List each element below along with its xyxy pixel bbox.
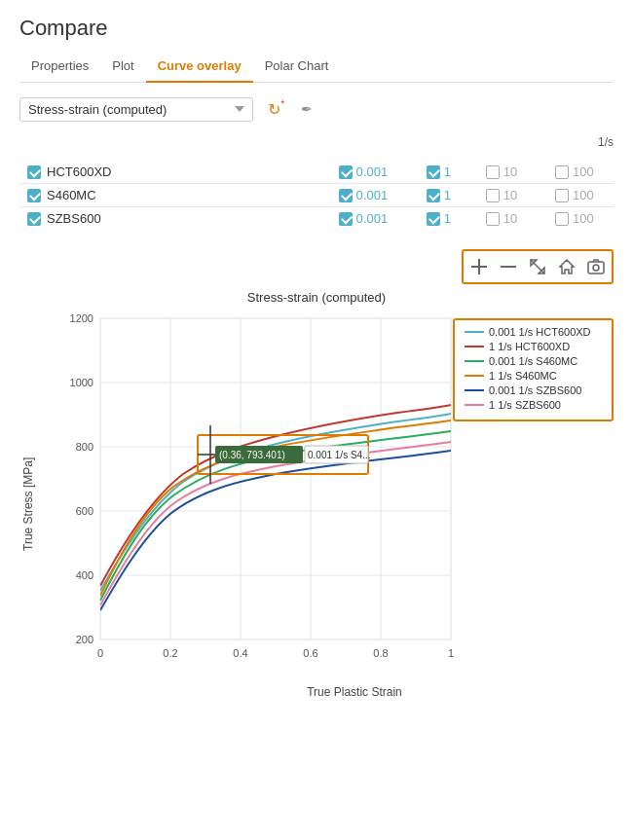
svg-text:600: 600 — [76, 505, 93, 517]
home-button[interactable] — [553, 253, 580, 280]
rate-checkbox-0-2[interactable] — [486, 165, 500, 179]
material-checkbox-1[interactable] — [27, 189, 41, 202]
tab-plot[interactable]: Plot — [100, 51, 145, 83]
edit-button[interactable]: ✒ — [294, 96, 319, 122]
rate-checkbox-0-3[interactable] — [555, 165, 569, 179]
legend-line-0 — [465, 331, 484, 333]
rate-checkbox-2-2[interactable] — [486, 212, 500, 226]
svg-rect-7 — [100, 318, 451, 639]
rate-checkbox-1-0[interactable] — [339, 189, 353, 202]
table-row: SZBS600 0.001110100 — [19, 207, 614, 231]
stress-strain-dropdown[interactable]: Stress-strain (computed) — [19, 97, 253, 122]
empty-header — [19, 153, 316, 161]
rate-checkbox-2-3[interactable] — [555, 212, 569, 226]
rate-checkbox-2-0[interactable] — [339, 212, 353, 226]
legend-label-4: 0.001 1/s SZBS600 — [489, 384, 581, 396]
legend-label-0: 0.001 1/s HCT600XD — [489, 326, 591, 338]
refresh-button[interactable]: ↻ * — [261, 96, 286, 122]
rate-cell-2-1: 1 — [410, 207, 467, 231]
svg-text:1000: 1000 — [70, 377, 93, 388]
svg-line-3 — [531, 260, 544, 274]
rate-cell-1-2: 10 — [467, 184, 536, 207]
rate-cell-1-0: 0.001 — [316, 184, 410, 207]
material-name-0: HCT600XD — [19, 161, 316, 184]
material-table: 1/s HCT600XD 0.001110100 S460MC 0.001110… — [19, 131, 614, 230]
reset-axes-button[interactable] — [524, 253, 551, 280]
edit-icon: ✒ — [301, 101, 313, 117]
rate-value-2-0: 0.001 — [356, 211, 389, 226]
svg-text:400: 400 — [76, 569, 93, 581]
legend-label-2: 0.001 1/s S460MC — [489, 355, 577, 367]
legend-label-3: 1 1/s S460MC — [489, 370, 557, 382]
rate-value-2-3: 100 — [573, 211, 594, 226]
svg-rect-4 — [588, 262, 604, 274]
y-axis-label: True Stress [MPa] — [19, 309, 37, 699]
rate-value-0-1: 1 — [444, 164, 451, 179]
rate-cell-1-3: 100 — [536, 184, 614, 207]
rate-1-header — [410, 153, 467, 161]
legend-line-1 — [465, 346, 484, 347]
star-indicator: * — [280, 98, 284, 108]
legend-label-5: 1 1/s SZBS600 — [489, 399, 561, 411]
rate-value-0-2: 10 — [503, 164, 517, 179]
legend-item-4: 0.001 1/s SZBS600 — [465, 384, 602, 396]
legend-item-0: 0.001 1/s HCT600XD — [465, 326, 602, 338]
chart-toolbar — [19, 249, 614, 284]
tab-curve-overlay[interactable]: Curve overlay — [146, 51, 253, 83]
legend-line-5 — [465, 404, 484, 406]
legend-item-3: 1 1/s S460MC — [465, 370, 602, 382]
rate-cell-2-0: 0.001 — [316, 207, 410, 231]
legend-line-3 — [465, 375, 484, 377]
rate-value-1-1: 1 — [444, 188, 451, 202]
svg-text:0.001 1/s S4...: 0.001 1/s S4... — [308, 450, 371, 460]
rate-100-header — [536, 153, 614, 161]
rate-value-2-2: 10 — [503, 211, 517, 226]
legend-item-2: 0.001 1/s S460MC — [465, 355, 602, 367]
rate-cell-2-3: 100 — [536, 207, 614, 231]
rate-checkbox-0-1[interactable] — [427, 165, 440, 179]
zoom-out-button[interactable] — [495, 253, 522, 280]
svg-text:0.8: 0.8 — [373, 647, 388, 659]
svg-text:0.2: 0.2 — [163, 647, 177, 659]
rate-10-header — [467, 153, 536, 161]
svg-rect-2 — [501, 266, 516, 268]
tab-polar-chart[interactable]: Polar Chart — [253, 51, 341, 83]
zoom-in-button[interactable] — [465, 253, 493, 280]
rate-checkbox-2-1[interactable] — [427, 212, 440, 226]
chart-legend: 0.001 1/s HCT600XD 1 1/s HCT600XD 0.001 … — [453, 318, 614, 421]
rate-value-1-3: 100 — [573, 188, 594, 202]
legend-line-4 — [465, 389, 484, 391]
table-row: HCT600XD 0.001110100 — [19, 161, 614, 184]
rate-checkbox-0-0[interactable] — [339, 165, 353, 179]
rate-cell-0-1: 1 — [410, 161, 467, 184]
legend-item-5: 1 1/s SZBS600 — [465, 399, 602, 411]
rate-cell-0-3: 100 — [536, 161, 614, 184]
svg-point-5 — [593, 265, 599, 271]
svg-text:200: 200 — [76, 634, 93, 645]
page-title: Compare — [19, 16, 614, 41]
rate-checkbox-1-2[interactable] — [486, 189, 500, 202]
material-col-header — [19, 131, 316, 153]
x-axis-label: True Plastic Strain — [95, 685, 614, 699]
material-checkbox-0[interactable] — [27, 165, 41, 179]
material-label-1: S460MC — [47, 188, 96, 202]
rate-cell-0-0: 0.001 — [316, 161, 410, 184]
svg-text:0.4: 0.4 — [233, 647, 247, 659]
camera-button[interactable] — [582, 253, 610, 280]
tab-properties[interactable]: Properties — [19, 51, 100, 83]
rate-cell-1-1: 1 — [410, 184, 467, 207]
chart-container[interactable]: 1200 1000 800 600 400 200 0 0.2 0.4 0.6 … — [37, 309, 614, 699]
controls-row: Stress-strain (computed) ↻ * ✒ — [19, 96, 614, 122]
legend-item-1: 1 1/s HCT600XD — [465, 341, 602, 352]
svg-text:0.6: 0.6 — [303, 647, 317, 659]
svg-text:1200: 1200 — [70, 312, 93, 324]
material-name-2: SZBS600 — [19, 207, 316, 231]
rate-checkbox-1-1[interactable] — [427, 189, 440, 202]
tabs-bar: Properties Plot Curve overlay Polar Char… — [19, 51, 614, 83]
material-label-0: HCT600XD — [47, 164, 111, 179]
rate-value-2-1: 1 — [444, 211, 451, 226]
svg-rect-1 — [478, 259, 480, 274]
material-checkbox-2[interactable] — [27, 212, 41, 226]
svg-text:800: 800 — [76, 441, 93, 453]
rate-checkbox-1-3[interactable] — [555, 189, 569, 202]
